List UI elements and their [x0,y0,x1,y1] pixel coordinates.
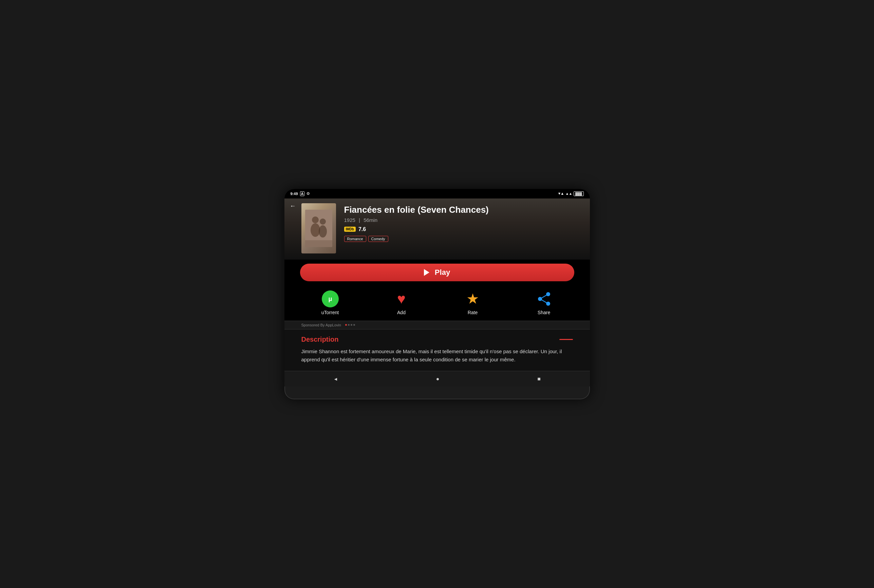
svg-rect-5 [305,240,332,247]
status-time: 9:49 [291,192,298,196]
share-icon [537,291,551,306]
share-action[interactable]: Share [532,290,556,315]
svg-text:μ: μ [328,296,332,302]
description-section: Description Jimmie Shannon est fortement… [284,330,590,371]
add-action[interactable]: ♥ Add [390,290,413,315]
sponsored-dots [345,324,355,326]
cast-icon: ⊙ [306,191,309,196]
device-frame: 9:49 A ⊙ ▾▲ ▲▲ ▓▓▓ ← Fiancées en f [284,189,590,399]
nav-home-button[interactable]: ● [429,373,446,385]
rate-label: Rate [468,310,478,315]
dot-3 [351,324,352,326]
battery-icon: ▓▓▓ [574,191,584,196]
nav-recent-button[interactable]: ■ [530,373,548,385]
description-header: Description [302,336,573,344]
utorrent-icon: μ [322,290,339,308]
signal-icon: ▲▲ [565,192,572,195]
utorrent-action[interactable]: μ uTorrent [318,290,342,315]
share-label: Share [538,310,550,315]
imdb-badge: IMDb [344,226,356,232]
movie-poster [302,203,336,254]
imdb-row: IMDb 7.6 [344,226,573,232]
svg-line-11 [540,294,548,299]
play-label: Play [435,268,450,277]
dot-1 [345,324,347,326]
status-left: 9:49 A ⊙ [291,191,310,196]
svg-point-4 [319,225,327,237]
svg-line-12 [540,299,548,304]
poster-svg [305,210,332,247]
play-triangle-icon [424,269,429,276]
sponsored-bar: Sponsored By AppLovin [284,321,590,330]
movie-info: Fiancées en folie (Seven Chances) 1925 |… [344,203,573,242]
header-area: ← Fiancées en folie (Seven Chances) 1925… [284,198,590,260]
movie-title: Fiancées en folie (Seven Chances) [344,205,573,215]
svg-point-2 [311,223,320,237]
description-title: Description [302,336,339,344]
svg-point-3 [320,219,326,225]
dot-2 [348,324,350,326]
sponsored-text: Sponsored By AppLovin [302,323,341,327]
movie-meta: 1925 | 56min [344,217,573,223]
star-icon-container: ★ [464,290,482,308]
action-row: μ uTorrent ♥ Add ★ Rate [284,285,590,321]
add-label: Add [397,310,405,315]
dot-4 [353,324,355,326]
rate-action[interactable]: ★ Rate [461,290,485,315]
movie-year: 1925 [344,217,355,223]
movie-duration: 56min [363,217,377,223]
status-bar: 9:49 A ⊙ ▾▲ ▲▲ ▓▓▓ [284,189,590,198]
heart-icon-container: ♥ [393,290,410,308]
nav-back-button[interactable]: ◄ [326,374,345,384]
svg-point-1 [312,216,319,223]
meta-separator: | [359,217,360,223]
heart-icon: ♥ [397,292,405,306]
genre-tags: Romance Comedy [344,236,573,242]
play-button-container: Play [284,260,590,285]
wifi-icon: ▾▲ [558,191,564,196]
play-button[interactable]: Play [300,264,574,281]
share-icon-container [535,290,553,308]
status-right: ▾▲ ▲▲ ▓▓▓ [558,191,583,196]
imdb-score: 7.6 [359,226,366,232]
genre-tag-comedy: Comedy [368,236,388,242]
description-dash [559,339,573,340]
utorrent-icon-container: μ [321,290,339,308]
imdb-label: IMDb [346,227,354,231]
bottom-nav: ◄ ● ■ [284,371,590,387]
star-icon: ★ [466,292,479,306]
genre-tag-romance: Romance [344,236,366,242]
description-text: Jimmie Shannon est fortement amoureux de… [302,348,573,364]
back-button[interactable]: ← [290,202,296,210]
utorrent-label: uTorrent [321,310,339,315]
notification-a-icon: A [300,191,305,196]
